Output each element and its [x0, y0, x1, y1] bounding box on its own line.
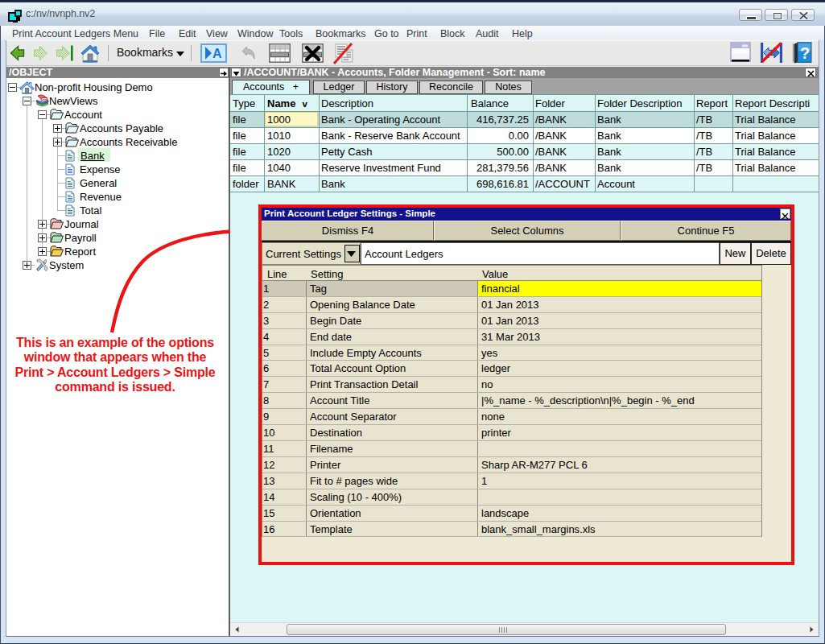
svg-text:?: ?	[800, 44, 810, 62]
svg-text:A: A	[212, 47, 222, 60]
